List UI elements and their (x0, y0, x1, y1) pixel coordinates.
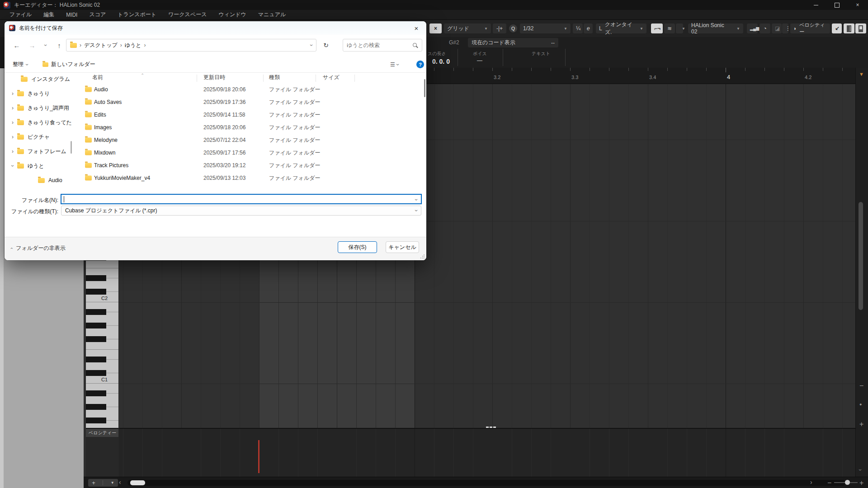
filename-input[interactable]: › (61, 194, 421, 204)
column-separator[interactable] (197, 75, 197, 82)
v-zoom-out-button[interactable]: − (859, 382, 863, 390)
sidebar-scrollbar[interactable] (71, 141, 72, 154)
scroll-left-button[interactable]: ‹ (119, 479, 121, 486)
v-zoom-knob[interactable]: ● (859, 402, 862, 407)
address-bar[interactable]: ›デスクトップ›ゆうと› › (66, 39, 316, 52)
black-key[interactable] (86, 309, 106, 315)
scroll-right-button[interactable]: › (810, 479, 812, 486)
h-zoom-knob[interactable] (845, 480, 850, 485)
nudge-button[interactable]: -|+ (493, 23, 506, 33)
part-list-dropdown[interactable]: ▼ (676, 23, 683, 33)
ruler-options-button[interactable]: ▼ (859, 71, 864, 77)
collapse-chevron-button[interactable]: › (859, 465, 861, 474)
chevron-right-icon[interactable]: › (12, 148, 14, 155)
column-header-name[interactable]: 名前 (92, 74, 103, 81)
part-layers-button[interactable]: ≋ (664, 23, 675, 33)
add-lane-button[interactable]: + (92, 479, 95, 486)
file-row[interactable]: Auto Saves2025/09/19 17:36ファイル フォルダー (72, 96, 426, 108)
tree-item[interactable]: ›きゅうり (5, 88, 72, 99)
organize-button[interactable]: 整理 › (13, 61, 28, 68)
black-key[interactable] (86, 336, 106, 342)
column-header-date[interactable]: 更新日時 (203, 74, 225, 81)
tree-item[interactable]: Audio (5, 174, 72, 186)
black-key[interactable] (86, 404, 106, 410)
grid-type-select[interactable]: グリッド▼ (444, 23, 491, 33)
lane-menu-button[interactable]: ▼ (111, 481, 114, 485)
file-row[interactable]: Audio2025/09/18 20:06ファイル フォルダー (72, 83, 426, 96)
file-row[interactable]: Images2025/09/18 20:06ファイル フォルダー (72, 121, 426, 134)
tree-item[interactable]: ›ピクチャ (5, 131, 72, 143)
menu-item[interactable]: トランスポート (112, 11, 162, 19)
forward-button[interactable]: → (26, 39, 38, 52)
tree-item[interactable]: ›フォトフレーム (5, 145, 72, 157)
view-mode-button[interactable]: ☰ › (390, 61, 399, 68)
file-row[interactable]: Edits2025/09/14 11:58ファイル フォルダー (72, 108, 426, 121)
snap-button[interactable]: × (429, 23, 442, 33)
more-options-button[interactable]: ⋮ (782, 23, 788, 33)
black-key[interactable] (86, 418, 106, 423)
maximize-button[interactable] (826, 0, 847, 10)
chevron-right-icon[interactable]: › (12, 119, 14, 126)
left-zone-toggle[interactable] (844, 23, 854, 33)
menu-item[interactable]: ワークスペース (162, 11, 212, 19)
column-header-size[interactable]: サイズ (323, 74, 340, 81)
filename-dropdown-icon[interactable]: › (413, 199, 420, 201)
tree-item[interactable]: インスタグラム (5, 73, 72, 85)
controller-lane-select[interactable]: ◗ベロシティー (790, 23, 830, 33)
black-key[interactable] (86, 370, 106, 376)
list-scrollbar[interactable] (424, 79, 425, 97)
black-key[interactable] (86, 289, 106, 295)
velocity-lane[interactable] (119, 428, 855, 477)
chevron-down-icon[interactable]: › (9, 165, 16, 167)
chevron-right-icon[interactable]: › (12, 90, 14, 97)
velocity-lane-header[interactable]: ベロシティー (86, 428, 118, 437)
v-zoom-in-button[interactable]: + (859, 420, 863, 428)
cancel-button[interactable]: キャンセル (386, 241, 419, 253)
menu-item[interactable]: スコア (83, 11, 112, 19)
up-button[interactable]: ↑ (53, 39, 65, 52)
file-row[interactable]: Melodyne2025/07/12 22:04ファイル フォルダー (72, 134, 426, 146)
swing-button[interactable]: ¼ (573, 23, 583, 33)
black-key[interactable] (86, 275, 106, 281)
zoom-out-button[interactable]: − (827, 479, 831, 487)
column-separator[interactable] (316, 75, 316, 82)
tree-item[interactable]: ›きゅうり_調声用 (5, 102, 72, 114)
file-row[interactable]: Track Pictures2025/03/20 19:12ファイル フォルダー (72, 159, 426, 172)
black-key[interactable] (86, 323, 106, 328)
mute-display-button[interactable]: ◪ (772, 23, 782, 33)
velocity-bar[interactable] (258, 440, 259, 473)
minimize-button[interactable] (806, 0, 826, 10)
save-button[interactable]: 保存(S) (338, 241, 377, 253)
menu-item[interactable]: 編集 (38, 11, 60, 19)
recent-locations-button[interactable]: › (41, 39, 51, 52)
menu-item[interactable]: MIDI (60, 12, 83, 18)
active-part-select[interactable]: HALion Sonic 02▼ (688, 23, 743, 33)
breadcrumb-item[interactable]: ゆうと (125, 42, 142, 49)
help-button[interactable]: ? (416, 61, 424, 68)
hide-folders-button[interactable]: › フォルダーの非表示 (11, 244, 66, 252)
quantize-preset-select[interactable]: 1/32▼ (520, 23, 571, 33)
search-box[interactable]: ゆうとの検索 (343, 39, 422, 52)
refresh-button[interactable]: ↻ (319, 39, 333, 52)
v-scrollbar-thumb[interactable] (859, 202, 863, 310)
back-button[interactable]: ← (11, 39, 23, 52)
inspector-toggle-button[interactable]: ↙ (832, 23, 842, 33)
resize-grip[interactable] (420, 254, 425, 259)
address-dropdown-icon[interactable]: › (308, 44, 315, 46)
event-colors-button[interactable]: ▂▄▆ (747, 23, 758, 33)
file-row[interactable]: YukkuriMovieMaker_v42025/09/13 12:03ファイル… (72, 172, 426, 184)
breadcrumb-item[interactable]: デスクトップ (84, 42, 118, 49)
file-row[interactable]: Mixdown2025/09/17 17:56ファイル フォルダー (72, 146, 426, 159)
chevron-right-icon[interactable]: › (12, 105, 14, 111)
menu-item[interactable]: ファイル (4, 11, 38, 19)
close-button[interactable]: × (847, 0, 868, 10)
lower-zone-toggle[interactable] (855, 23, 866, 33)
black-key[interactable] (86, 390, 106, 396)
length-quantize-select[interactable]: Lクオンタイズ.▼ (596, 23, 646, 33)
chevron-right-icon[interactable]: › (12, 134, 14, 140)
new-folder-button[interactable]: 新しいフォルダー (42, 61, 95, 68)
part-borders-button[interactable]: ⌐¬ (651, 23, 663, 33)
iterative-quantize-button[interactable]: e (584, 23, 593, 33)
chord-display-box[interactable]: 現在のコード表示-- (468, 38, 558, 47)
filetype-select[interactable]: Cubase プロジェクトファイル (*.cpr) › (61, 206, 421, 216)
